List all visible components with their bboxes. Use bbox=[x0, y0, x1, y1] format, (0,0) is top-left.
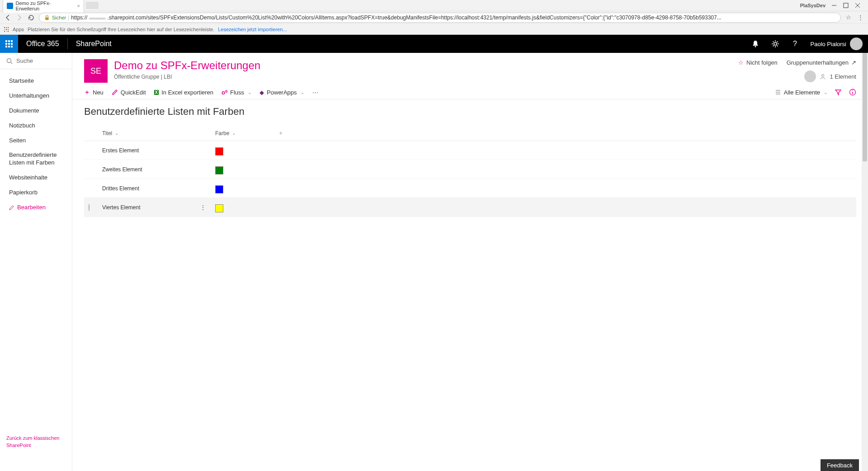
apps-icon[interactable] bbox=[4, 27, 9, 32]
view-selector[interactable]: Alle Elemente ⌄ bbox=[775, 89, 827, 96]
chevron-down-icon: ⌄ bbox=[301, 90, 304, 95]
app-launcher[interactable] bbox=[0, 35, 18, 53]
cmd-powerapps[interactable]: ◆ PowerApps ⌄ bbox=[259, 89, 304, 96]
site-title[interactable]: Demo zu SPFx-Erweiterungen bbox=[114, 59, 260, 72]
col-title-header[interactable]: Titel ⌄ bbox=[102, 130, 215, 137]
url-path: .sharepoint.com/sites/SPFxExtensionsDemo… bbox=[107, 14, 721, 21]
forward-icon[interactable] bbox=[15, 14, 24, 22]
svg-point-6 bbox=[7, 58, 11, 62]
classic-link[interactable]: Zurück zum klassischen SharePoint bbox=[0, 429, 72, 471]
list-table: Titel ⌄ Farbe ⌄ ＋ Erstes Element⋮Zweites… bbox=[84, 126, 856, 217]
list-row[interactable]: Viertes Element⋮ bbox=[84, 198, 856, 217]
cmd-flow-label: Fluss bbox=[230, 89, 244, 96]
help-icon[interactable]: ? bbox=[785, 35, 805, 53]
row-title-cell[interactable]: Drittes Element⋮ bbox=[102, 185, 215, 192]
nav-item-pages[interactable]: Seiten bbox=[0, 133, 72, 148]
not-following-button[interactable]: ☆ Nicht folgen bbox=[738, 59, 778, 66]
nav-item-recycle[interactable]: Papierkorb bbox=[0, 185, 72, 200]
row-title: Viertes Element bbox=[102, 204, 141, 211]
info-icon[interactable] bbox=[849, 89, 856, 96]
extension-label: PlaSysDev bbox=[800, 3, 826, 8]
plus-icon: ＋ bbox=[84, 88, 90, 96]
cmd-flow[interactable]: o⁰ Fluss ⌄ bbox=[222, 89, 251, 96]
settings-icon[interactable] bbox=[765, 35, 785, 53]
star-icon: ☆ bbox=[738, 59, 744, 66]
row-title: Drittes Element bbox=[102, 185, 139, 192]
close-icon[interactable]: × bbox=[77, 3, 80, 9]
suite-bar: Office 365 SharePoint ? Paolo Pialorsi bbox=[0, 35, 868, 53]
filter-icon[interactable] bbox=[835, 89, 842, 96]
list-row[interactable]: Drittes Element⋮ bbox=[84, 179, 856, 198]
feedback-button[interactable]: Feedback bbox=[821, 459, 859, 471]
external-icon: ↗ bbox=[851, 59, 856, 66]
o365-brand[interactable]: Office 365 bbox=[18, 40, 67, 48]
notifications-icon[interactable] bbox=[745, 35, 765, 53]
new-tab-button[interactable] bbox=[86, 2, 99, 9]
bookmark-hint: Platzieren Sie für den Schnellzugriff Ih… bbox=[28, 27, 214, 32]
nav-item-home[interactable]: Startseite bbox=[0, 74, 72, 89]
chevron-down-icon: ⌄ bbox=[115, 131, 118, 136]
url-field[interactable]: 🔒 Sicher | https:// ▬▬▬ .sharepoint.com/… bbox=[39, 13, 841, 23]
row-title-cell[interactable]: Erstes Element⋮ bbox=[102, 147, 215, 154]
import-bookmarks-link[interactable]: Lesezeichen jetzt importieren... bbox=[218, 27, 287, 32]
site-actions: ☆ Nicht folgen Gruppenunterhaltungen ↗ 1… bbox=[738, 59, 856, 82]
reload-icon[interactable] bbox=[27, 14, 35, 22]
cmd-excel[interactable]: X In Excel exportieren bbox=[154, 89, 214, 96]
back-icon[interactable] bbox=[4, 14, 12, 22]
nav-item-custom-list[interactable]: Benutzerdefinierte Listen mit Farben bbox=[0, 148, 72, 170]
list-area: Benutzerdefinierte Listen mit Farben Tit… bbox=[72, 99, 868, 223]
apps-label[interactable]: Apps bbox=[13, 27, 24, 32]
maximize-icon[interactable] bbox=[843, 2, 849, 9]
svg-point-8 bbox=[822, 75, 824, 77]
svg-point-4 bbox=[755, 46, 756, 47]
color-swatch bbox=[215, 166, 223, 174]
chevron-down-icon: ⌄ bbox=[824, 90, 827, 95]
col-color-header[interactable]: Farbe ⌄ bbox=[215, 130, 274, 137]
select-circle-icon[interactable] bbox=[89, 204, 90, 211]
bookmark-star-icon[interactable]: ☆ bbox=[844, 14, 853, 22]
browser-menu-icon[interactable]: ⋮ bbox=[856, 14, 864, 22]
search-box[interactable]: Suche bbox=[0, 53, 72, 69]
nav-edit-label: Bearbeiten bbox=[17, 204, 46, 212]
close-window-icon[interactable] bbox=[854, 2, 861, 9]
browser-chrome: Demo zu SPFx-Erweiterun × PlaSysDev bbox=[0, 0, 868, 35]
scroll-thumb[interactable] bbox=[863, 53, 867, 161]
browser-tabbar: Demo zu SPFx-Erweiterun × PlaSysDev bbox=[0, 0, 868, 11]
row-selector[interactable] bbox=[89, 204, 102, 211]
flow-icon: o⁰ bbox=[222, 89, 227, 96]
site-subtitle: Öffentliche Gruppe | LBI bbox=[114, 74, 260, 80]
nav-item-conversations[interactable]: Unterhaltungen bbox=[0, 89, 72, 104]
browser-tab[interactable]: Demo zu SPFx-Erweiterun × bbox=[3, 0, 84, 13]
user-avatar bbox=[850, 38, 863, 50]
list-row[interactable]: Zweites Element⋮ bbox=[84, 160, 856, 179]
list-row[interactable]: Erstes Element⋮ bbox=[84, 141, 856, 160]
command-bar: ＋ Neu QuickEdit X In Excel exportieren o… bbox=[72, 85, 868, 99]
nav-item-documents[interactable]: Dokumente bbox=[0, 104, 72, 118]
svg-point-14 bbox=[852, 90, 853, 91]
group-conversations-link[interactable]: Gruppenunterhaltungen ↗ bbox=[787, 59, 856, 66]
browser-addressbar: 🔒 Sicher | https:// ▬▬▬ .sharepoint.com/… bbox=[0, 11, 868, 24]
minimize-icon[interactable] bbox=[831, 2, 837, 9]
user-menu[interactable]: Paolo Pialorsi bbox=[805, 38, 868, 50]
site-title-block: Demo zu SPFx-Erweiterungen Öffentliche G… bbox=[114, 59, 260, 80]
nav-item-site-contents[interactable]: Websiteinhalte bbox=[0, 170, 72, 185]
list-title: Benutzerdefinierte Listen mit Farben bbox=[84, 106, 856, 118]
nav-item-notebook[interactable]: Notizbuch bbox=[0, 118, 72, 133]
add-column-button[interactable]: ＋ bbox=[274, 129, 288, 137]
scrollbar[interactable] bbox=[862, 53, 868, 471]
not-following-label: Nicht folgen bbox=[746, 59, 778, 66]
pencil-icon bbox=[9, 205, 14, 210]
row-color-cell bbox=[215, 184, 274, 193]
row-more-icon[interactable]: ⋮ bbox=[200, 204, 206, 211]
row-title-cell[interactable]: Zweites Element⋮ bbox=[102, 166, 215, 173]
app-brand[interactable]: SharePoint bbox=[68, 40, 120, 48]
row-title-cell[interactable]: Viertes Element⋮ bbox=[102, 204, 215, 211]
members-summary[interactable]: 1 Element bbox=[804, 71, 856, 82]
cmd-more[interactable]: ⋯ bbox=[312, 89, 319, 96]
cmd-new[interactable]: ＋ Neu bbox=[84, 88, 104, 96]
nav-edit-link[interactable]: Bearbeiten bbox=[0, 200, 72, 215]
member-avatar bbox=[804, 71, 816, 82]
list-header: Titel ⌄ Farbe ⌄ ＋ bbox=[84, 126, 856, 141]
cmd-quickedit[interactable]: QuickEdit bbox=[112, 89, 146, 96]
svg-line-7 bbox=[11, 62, 13, 64]
